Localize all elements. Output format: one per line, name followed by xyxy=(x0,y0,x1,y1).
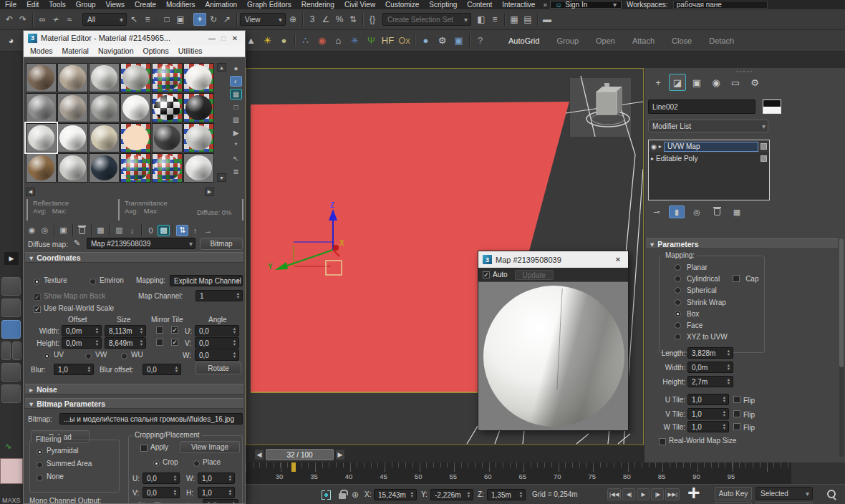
map-window-titlebar[interactable]: 3 Map #2139508039 ✕ xyxy=(478,251,628,268)
dock-button[interactable] xyxy=(1,384,21,403)
coordinates-rollout[interactable]: Coordinates xyxy=(25,252,243,263)
mapping-option-cylindrical[interactable]: CylindricalCap xyxy=(675,273,758,284)
sphere-icon[interactable]: ● xyxy=(276,34,292,47)
material-slot[interactable] xyxy=(89,93,120,122)
material-slot[interactable] xyxy=(57,153,88,183)
get-material-icon[interactable]: ◉ xyxy=(26,225,38,236)
snaps-toggle-icon[interactable]: 3 xyxy=(306,13,319,26)
close-button[interactable]: Close xyxy=(672,37,692,45)
material-slot[interactable] xyxy=(26,93,57,122)
height-mirror-checkbox[interactable] xyxy=(156,339,163,346)
show-end-result-stack-icon[interactable]: ▮ xyxy=(669,205,685,218)
select-object-icon[interactable]: ↖ xyxy=(127,13,140,26)
material-slot[interactable] xyxy=(89,123,120,152)
width-offset-field[interactable]: 0,0m xyxy=(62,325,102,336)
modifier-list-dropdown[interactable]: Modifier List xyxy=(648,120,768,132)
panel-scrollbar[interactable] xyxy=(839,238,844,457)
height-tile-checkbox[interactable] xyxy=(171,339,178,346)
unlink-selection-icon[interactable]: ≁ xyxy=(49,13,62,26)
v-flip-checkbox[interactable] xyxy=(733,410,740,417)
environ-radio[interactable] xyxy=(90,278,96,285)
workspaces-dropdown[interactable]: рабочая пане xyxy=(673,1,768,9)
pyramidal-radio[interactable] xyxy=(37,449,43,455)
mapping-option-box[interactable]: Box xyxy=(675,308,758,319)
menu-item-create[interactable]: Create xyxy=(135,1,156,9)
dock-button[interactable] xyxy=(1,341,11,360)
scroll-down-icon[interactable]: ▼ xyxy=(217,173,226,182)
u-angle-field[interactable]: 0,0 xyxy=(195,325,239,336)
utilities-tab-icon[interactable]: ⚙ xyxy=(746,74,763,91)
use-pivot-icon[interactable]: ⊕ xyxy=(286,13,299,26)
height-offset-field[interactable]: 0,0m xyxy=(62,337,102,349)
v-angle-field[interactable]: 0,0 xyxy=(195,337,239,349)
curve-editor-icon[interactable]: ∿ xyxy=(5,442,11,451)
u-tile-field[interactable]: 1,0 xyxy=(687,394,729,405)
auto-key-button[interactable]: Auto Key xyxy=(715,487,752,500)
viewport-tab-icon[interactable]: ▶ xyxy=(4,252,19,265)
rotate-tool-icon[interactable]: ↻ xyxy=(207,13,220,26)
object-color-swatch[interactable] xyxy=(763,100,781,114)
bitmap-type-button[interactable]: Bitmap xyxy=(200,238,243,250)
place-radio[interactable] xyxy=(193,460,200,467)
playback-button[interactable]: ◀| xyxy=(622,488,635,500)
selection-lock-icon[interactable] xyxy=(339,493,346,499)
width-size-field[interactable]: 8,113m xyxy=(105,325,146,336)
height-param-field[interactable]: 2,7m xyxy=(687,376,733,387)
rotate-button[interactable]: Rotate xyxy=(195,362,241,374)
menu-item-interactive[interactable]: Interactive xyxy=(502,1,535,9)
minimize-icon[interactable]: — xyxy=(206,34,218,42)
sun-icon[interactable]: ☀ xyxy=(259,34,276,47)
sign-in-button[interactable]: ☺ Sign In ▾ xyxy=(550,1,622,9)
menu-item-group[interactable]: Group xyxy=(76,1,96,9)
v-tile-field[interactable]: 1,0 xyxy=(687,408,729,420)
maximize-icon[interactable]: □ xyxy=(218,34,229,42)
next-frame-icon[interactable]: ▶ xyxy=(335,449,345,460)
menu-item-modifiers[interactable]: Modifiers xyxy=(166,1,195,9)
parameters-rollout[interactable]: Parameters xyxy=(646,238,838,249)
crop-v-field[interactable]: 0,0 xyxy=(143,487,180,498)
teapot-icon[interactable]: ◕ xyxy=(3,35,19,46)
uv-radio[interactable] xyxy=(44,353,50,359)
cap-checkbox[interactable] xyxy=(733,275,740,282)
material-slot[interactable] xyxy=(89,63,120,92)
create-key-icon[interactable]: + xyxy=(687,484,700,504)
mapping-option-shrink-wrap[interactable]: Shrink Wrap xyxy=(675,296,758,308)
wu-radio[interactable] xyxy=(121,353,127,359)
help-icon[interactable]: ? xyxy=(472,34,488,47)
put-to-scene-icon[interactable]: ◎ xyxy=(39,225,51,236)
sample-tiling-icon[interactable]: □ xyxy=(230,102,242,112)
sample-type-icon[interactable]: ● xyxy=(230,63,242,74)
pin-stack-icon[interactable]: ⊸ xyxy=(649,205,665,218)
real-world-map-size-checkbox[interactable] xyxy=(659,438,666,445)
crossing-region-icon[interactable]: ▣ xyxy=(174,13,187,26)
material-slot[interactable] xyxy=(183,63,214,92)
options-icon[interactable]: * xyxy=(230,140,242,151)
dock-button[interactable] xyxy=(12,341,21,360)
layer-explorer-icon[interactable]: ▤ xyxy=(521,13,534,26)
material-slot[interactable] xyxy=(152,153,183,183)
assign-to-selection-icon[interactable]: ▣ xyxy=(57,225,69,236)
camera-icon[interactable]: ⌂ xyxy=(330,34,347,47)
vw-radio[interactable] xyxy=(85,353,92,359)
render-setup-icon[interactable]: ⚙ xyxy=(434,34,450,47)
playback-button[interactable]: ▶ xyxy=(637,488,650,500)
align-icon[interactable]: ≡ xyxy=(488,13,501,26)
modifier-name[interactable]: Editable Poly xyxy=(656,155,697,163)
playback-button[interactable]: ▶▶| xyxy=(665,488,679,500)
dock-button[interactable] xyxy=(1,363,21,382)
autogrid-button[interactable]: AutoGrid xyxy=(508,37,539,45)
move-tool-icon[interactable]: + xyxy=(193,13,206,26)
ribbon-toggle-icon[interactable]: ▬ xyxy=(541,13,554,26)
scroll-right-icon[interactable]: ▶ xyxy=(205,188,214,196)
menu-item-animation[interactable]: Animation xyxy=(206,1,237,9)
mapping-dropdown[interactable]: Explicit Map Channel xyxy=(170,275,243,286)
menu-modes[interactable]: Modes xyxy=(30,47,53,55)
apply-checkbox[interactable] xyxy=(140,445,148,452)
menu-item-rendering[interactable]: Rendering xyxy=(301,1,334,9)
material-editor-titlebar[interactable]: 3 Material Editor - Material #2145965...… xyxy=(24,31,245,45)
modify-tab-icon[interactable]: ◪ xyxy=(669,74,686,91)
open-button[interactable]: Open xyxy=(596,37,615,45)
auto-checkbox[interactable]: ✓ Auto xyxy=(483,271,508,278)
undo-icon[interactable]: ↶ xyxy=(3,13,16,26)
width-param-field[interactable]: 0,0m xyxy=(687,362,733,373)
